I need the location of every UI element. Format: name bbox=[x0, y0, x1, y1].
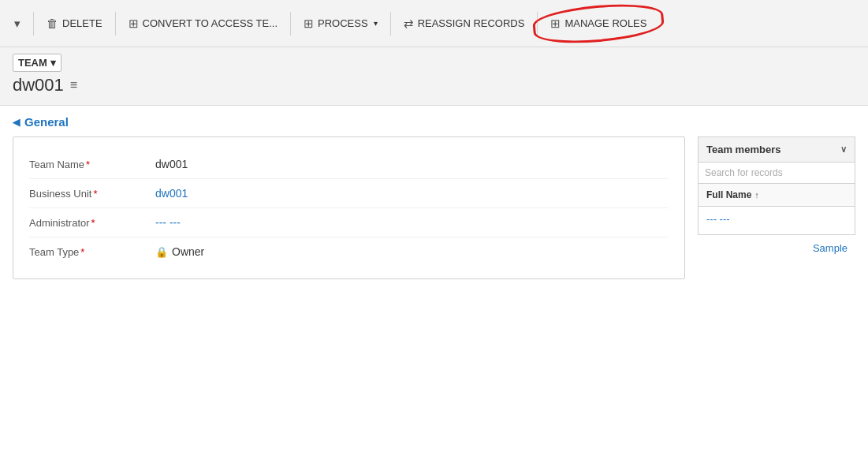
manage-roles-icon: ⊞ bbox=[550, 17, 561, 31]
value-team-name: dw001 bbox=[155, 158, 188, 170]
panel-footer-link[interactable]: Sample bbox=[813, 242, 848, 254]
reassign-button[interactable]: ⇄ REASSIGN RECORDS bbox=[396, 12, 533, 36]
form-row-business-unit: Business Unit* dw001 bbox=[29, 179, 669, 208]
required-star-team-name: * bbox=[86, 159, 90, 170]
delete-button[interactable]: 🗑 DELETE bbox=[39, 12, 110, 35]
panel-header-label: Team members bbox=[706, 144, 780, 155]
value-team-type: 🔒 Owner bbox=[155, 245, 204, 258]
label-team-type: Team Type* bbox=[29, 246, 155, 258]
toolbar-divider-4 bbox=[390, 12, 391, 36]
sort-icon[interactable]: ↑ bbox=[754, 190, 759, 200]
toolbar: ▾ 🗑 DELETE ⊞ CONVERT TO ACCESS TE... ⊞ P… bbox=[0, 0, 868, 47]
record-name: dw001 bbox=[13, 75, 64, 95]
chevron-down-icon: ▾ bbox=[14, 17, 20, 31]
main-content: ◀ General Team Name* dw001 Business Unit… bbox=[0, 106, 868, 289]
record-title-row: dw001 ≡ bbox=[13, 75, 855, 95]
panel-header[interactable]: Team members ∨ bbox=[698, 136, 855, 163]
team-dropdown-arrow: ▾ bbox=[50, 57, 56, 69]
panel-row: --- --- bbox=[698, 207, 855, 235]
label-administrator: Administrator* bbox=[29, 217, 155, 229]
toolbar-divider-3 bbox=[290, 12, 291, 36]
reassign-label: REASSIGN RECORDS bbox=[418, 17, 525, 29]
manage-roles-button[interactable]: ⊞ MANAGE ROLES bbox=[542, 12, 654, 36]
form-row-team-type: Team Type* 🔒 Owner bbox=[29, 237, 669, 266]
panel-col-header: Full Name ↑ bbox=[698, 184, 855, 207]
section-header: ◀ General bbox=[13, 115, 855, 129]
panel-row-value: --- --- bbox=[706, 213, 730, 225]
more-options-button[interactable]: ▾ bbox=[6, 12, 28, 36]
form-card: Team Name* dw001 Business Unit* dw001 Ad… bbox=[13, 136, 685, 279]
record-header: TEAM ▾ dw001 ≡ bbox=[0, 47, 868, 106]
form-row-administrator: Administrator* --- --- bbox=[29, 208, 669, 237]
convert-icon: ⊞ bbox=[129, 17, 139, 31]
reassign-icon: ⇄ bbox=[404, 17, 414, 31]
form-row-team-name: Team Name* dw001 bbox=[29, 150, 669, 179]
convert-label: CONVERT TO ACCESS TE... bbox=[143, 17, 278, 29]
manage-roles-label: MANAGE ROLES bbox=[564, 17, 646, 29]
team-dropdown[interactable]: TEAM ▾ bbox=[13, 54, 61, 72]
lock-icon: 🔒 bbox=[155, 246, 168, 258]
process-icon: ⊞ bbox=[304, 17, 314, 31]
convert-button[interactable]: ⊞ CONVERT TO ACCESS TE... bbox=[121, 12, 285, 36]
right-panel: Team members ∨ Search for records Full N… bbox=[698, 136, 855, 260]
delete-label: DELETE bbox=[62, 17, 102, 29]
panel-search-placeholder[interactable]: Search for records bbox=[698, 163, 855, 184]
toolbar-divider-2 bbox=[115, 12, 116, 36]
toolbar-divider-5 bbox=[537, 12, 538, 36]
value-business-unit[interactable]: dw001 bbox=[155, 187, 188, 200]
label-business-unit: Business Unit* bbox=[29, 188, 155, 200]
label-team-name: Team Name* bbox=[29, 159, 155, 170]
content-row: Team Name* dw001 Business Unit* dw001 Ad… bbox=[13, 136, 855, 279]
required-star-business-unit: * bbox=[93, 188, 97, 200]
delete-icon: 🗑 bbox=[47, 17, 58, 30]
section-title: General bbox=[24, 115, 69, 129]
process-button[interactable]: ⊞ PROCESS ▾ bbox=[296, 12, 386, 36]
required-star-administrator: * bbox=[91, 217, 95, 229]
panel-header-arrow: ∨ bbox=[840, 144, 847, 155]
team-dropdown-label: TEAM bbox=[18, 57, 47, 69]
section-toggle-icon[interactable]: ◀ bbox=[13, 117, 20, 128]
process-label: PROCESS bbox=[318, 17, 368, 29]
value-administrator: --- --- bbox=[155, 216, 181, 229]
panel-footer: Sample bbox=[698, 235, 855, 260]
required-star-team-type: * bbox=[80, 246, 84, 258]
record-menu-icon[interactable]: ≡ bbox=[70, 78, 77, 92]
toolbar-divider-1 bbox=[33, 12, 34, 36]
process-dropdown-arrow: ▾ bbox=[374, 19, 378, 28]
col-header-label: Full Name bbox=[706, 189, 751, 200]
